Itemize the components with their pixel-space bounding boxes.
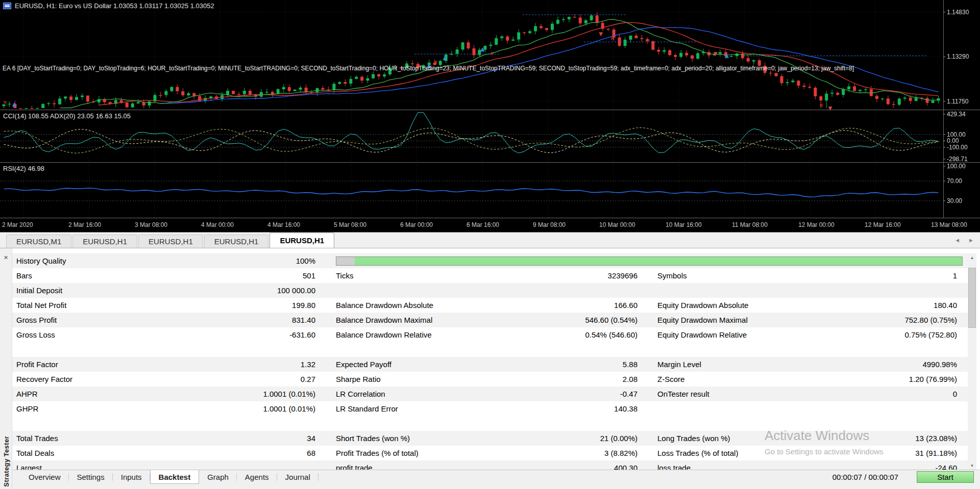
result-label: LR Standard Error [336, 404, 398, 413]
result-value: 140.38 [614, 404, 638, 413]
result-label: Long Trades (won %) [657, 434, 730, 443]
table-row: Initial Deposit100 000.00 [12, 283, 968, 298]
result-value: 0.54% (546.60) [585, 330, 638, 339]
tab-scroll-right-icon[interactable]: ► [968, 237, 974, 243]
strategy-tester-panel: × Strategy Tester History Quality100%Bar… [0, 248, 980, 489]
scroll-up-icon[interactable]: ▲ [968, 253, 976, 262]
svg-text:×: × [433, 59, 438, 65]
result-value: 100 000.00 [277, 286, 315, 295]
result-value: 68 [307, 449, 315, 457]
table-row: Bars501Ticks3239696Symbols1 [12, 268, 968, 283]
result-value: 3 (8.82%) [604, 449, 638, 457]
time-axis-label: 11 Mar 08:00 [732, 221, 768, 228]
time-axis-label: 2 Mar 16:00 [68, 221, 101, 228]
svg-text:-100.00: -100.00 [947, 144, 968, 151]
time-axis-label: 5 Mar 08:00 [334, 221, 366, 228]
chart-tab[interactable]: EURUSD,H1 [138, 235, 203, 248]
result-value: 1.32 [301, 360, 315, 369]
tester-tab-agents[interactable]: Agents [237, 470, 277, 484]
svg-text:×: × [819, 102, 823, 109]
svg-text:×: × [610, 35, 615, 42]
result-label: Z-Score [657, 375, 684, 383]
result-value: 2.08 [623, 375, 638, 383]
result-label: Profit Trades (% of total) [336, 449, 419, 457]
scrollbar-thumb[interactable] [968, 268, 976, 328]
chart-tab-bar: EURUSD,M1EURUSD,H1EURUSD,H1EURUSD,H1EURU… [0, 232, 980, 248]
result-label: Margin Level [657, 360, 701, 369]
result-label: OnTester result [657, 390, 709, 398]
time-axis-label: 10 Mar 00:00 [599, 221, 635, 228]
svg-text:×: × [3, 99, 7, 106]
table-row: Total Net Profit199.80Balance Drawdown A… [12, 298, 968, 313]
result-value: 21 (0.00%) [600, 434, 638, 443]
time-axis: 2 Mar 20202 Mar 16:003 Mar 08:004 Mar 00… [0, 220, 943, 231]
tester-tab-settings[interactable]: Settings [69, 470, 113, 484]
result-label: Profit Factor [16, 360, 58, 369]
result-label: Gross Loss [16, 330, 55, 339]
axis-labels-layer: 1.148301.132901.11750429.34100.000.00-10… [943, 9, 969, 204]
test-duration: 00:00:07 / 00:00:07 [832, 473, 898, 481]
result-value: 0.27 [301, 375, 315, 383]
tester-tab-inputs[interactable]: Inputs [113, 470, 150, 484]
ea-comment: EA 6 [DAY_toStartTrading=0; DAY_toStopTr… [3, 65, 941, 72]
table-row: AHPR1.0001 (0.01%)LR Correlation-0.47OnT… [12, 387, 968, 401]
scroll-down-icon[interactable]: ▼ [968, 461, 976, 470]
table-row: Largestprofit trade400.30loss trade-24.6… [12, 460, 968, 470]
result-value: 199.80 [292, 301, 315, 310]
time-axis-label: 4 Mar 16:00 [267, 221, 300, 228]
result-label: Bars [16, 271, 32, 280]
result-label: AHPR [16, 390, 38, 398]
start-button[interactable]: Start [917, 471, 974, 483]
svg-text:429.34: 429.34 [947, 111, 966, 118]
result-value: 752.80 (0.75%) [904, 316, 957, 324]
table-row: Profit Factor1.32Expected Payoff5.88Marg… [12, 357, 968, 372]
tester-side-strip: × Strategy Tester [0, 248, 12, 489]
time-axis-label: 6 Mar 00:00 [400, 221, 433, 228]
result-value: 831.40 [292, 316, 315, 324]
chart-tab[interactable]: EURUSD,H1 [270, 233, 334, 248]
close-tester-button[interactable]: × [2, 253, 10, 262]
result-label: Total Deals [16, 449, 54, 457]
time-axis-label: 13 Mar 08:00 [931, 221, 967, 228]
backtest-results-table: History Quality100%Bars501Ticks3239696Sy… [12, 248, 968, 470]
chart-tab[interactable]: EURUSD,H1 [204, 235, 269, 248]
tester-tab-backtest[interactable]: Backtest [150, 470, 200, 484]
results-scrollbar[interactable]: ▲ ▼ [968, 253, 976, 470]
svg-text:30.00: 30.00 [947, 197, 962, 204]
chart-panel: ×××××1.148301.132901.11750429.34100.000.… [0, 0, 980, 232]
result-label: Loss Trades (% of total) [657, 449, 738, 457]
result-label: Total Net Profit [16, 301, 66, 310]
mt5-window: ×××××1.148301.132901.11750429.34100.000.… [0, 0, 980, 489]
result-label: Balance Drawdown Absolute [336, 301, 433, 310]
result-value: 5.88 [623, 360, 638, 369]
result-label: Sharpe Ratio [336, 375, 381, 383]
result-value: -24.60 [935, 464, 957, 470]
result-value: 34 [307, 434, 315, 443]
result-value: 0.75% (752.80) [904, 330, 957, 339]
price-chart-svg: ×××××1.148301.132901.11750429.34100.000.… [0, 0, 980, 232]
history-quality-progress [336, 256, 963, 266]
result-label: Short Trades (won %) [336, 434, 410, 443]
chart-tab[interactable]: EURUSD,H1 [72, 235, 137, 248]
result-label: Ticks [336, 271, 353, 280]
rsi-indicator-label: RSI(42) 46.98 [3, 165, 44, 172]
result-value: 3239696 [608, 271, 638, 280]
result-value: -631.60 [289, 330, 315, 339]
tab-scroll-left-icon[interactable]: ◄ [954, 237, 960, 243]
table-row [12, 416, 968, 431]
tester-tab-graph[interactable]: Graph [199, 470, 237, 484]
result-label: LR Correlation [336, 390, 385, 398]
result-value: -0.47 [620, 390, 638, 398]
result-value: 100% [296, 256, 315, 265]
result-label: Expected Payoff [336, 360, 391, 369]
result-value: 180.40 [934, 301, 957, 310]
table-row: Gross Profit831.40Balance Drawdown Maxim… [12, 313, 968, 327]
cci-indicator-label: CCI(14) 108.55 ADX(20) 23.05 16.63 15.05 [3, 112, 131, 120]
result-label: Largest [16, 464, 42, 470]
tester-tab-bar: OverviewSettingsInputsBacktestGraphAgent… [12, 470, 980, 484]
tester-tab-overview[interactable]: Overview [20, 470, 69, 484]
chart-tab[interactable]: EURUSD,M1 [6, 235, 71, 248]
result-label: profit trade [336, 464, 373, 470]
tester-tab-journal[interactable]: Journal [277, 470, 318, 484]
svg-text:-298.71: -298.71 [947, 156, 968, 163]
